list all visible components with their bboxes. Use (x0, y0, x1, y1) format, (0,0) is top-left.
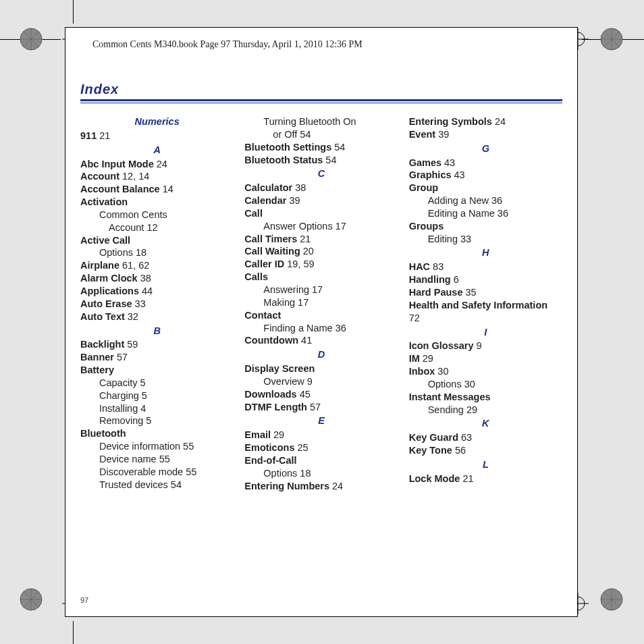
index-entry: Instant Messages (409, 391, 562, 404)
page-number: 97 (80, 596, 88, 604)
index-entry: Abc Input Mode 24 (80, 158, 234, 171)
index-entry: Account 12, 14 (80, 170, 234, 183)
index-entry: Group (409, 182, 562, 194)
index-entry: Icon Glossary 9 (409, 340, 562, 352)
index-entry: Hard Pause 35 (409, 286, 562, 299)
hr-thin (80, 103, 562, 103)
index-subentry: or Off 54 (273, 128, 398, 141)
index-columns: Numerics911 21AAbc Input Mode 24Account … (80, 115, 562, 492)
index-entry: Call (244, 207, 398, 220)
index-subentry: Common Cents (99, 209, 234, 221)
section-heading: L (409, 458, 562, 471)
section-heading: K (409, 417, 562, 430)
index-subentry: Finding a Name 36 (263, 322, 398, 335)
index-subentry: Device name 55 (99, 453, 234, 466)
index-subentry: Editing 33 (428, 233, 562, 246)
index-entry: Email 29 (244, 429, 398, 441)
index-entry: Account Balance 14 (80, 183, 234, 196)
index-subentry: Turning Bluetooth On (263, 115, 398, 128)
page-frame: Common Cents M340.book Page 97 Thursday,… (65, 27, 578, 617)
page-header: Common Cents M340.book Page 97 Thursday,… (92, 39, 363, 50)
index-subentry: Account 12 (109, 221, 234, 234)
index-entry: Call Timers 21 (244, 233, 398, 246)
index-entry: Bluetooth Status 54 (244, 154, 398, 167)
register-mark-top-left (19, 27, 43, 51)
index-entry: Handling 6 (409, 273, 562, 286)
section-heading: Numerics (80, 115, 234, 128)
index-subentry: Sending 29 (428, 404, 562, 417)
index-subentry: Making 17 (263, 296, 398, 309)
index-entry: Airplane 61, 62 (80, 259, 234, 272)
index-entry: Countdown 41 (244, 334, 398, 347)
index-subentry: Device information 55 (99, 440, 234, 453)
index-entry: Display Screen (244, 363, 398, 375)
index-entry: Event 39 (409, 128, 562, 141)
index-entry: Groups (409, 220, 562, 233)
index-entry: Bluetooth Settings 54 (244, 141, 398, 154)
index-entry: Entering Numbers 24 (244, 480, 398, 493)
index-entry: HAC 83 (409, 261, 562, 273)
index-entry: Alarm Clock 38 (80, 272, 234, 285)
index-subentry: Answer Options 17 (263, 220, 398, 233)
index-entry: Call Waiting 20 (244, 245, 398, 258)
index-entry: Activation (80, 196, 234, 209)
index-entry: Graphics 43 (409, 169, 562, 182)
index-entry: Games 43 (409, 157, 562, 169)
index-subentry: Installing 4 (99, 402, 234, 415)
index-subentry: Discoverable mode 55 (99, 466, 234, 479)
index-entry: Applications 44 (80, 285, 234, 298)
index-entry: Downloads 45 (244, 388, 398, 401)
index-entry: Active Call (80, 234, 234, 247)
index-entry: Lock Mode 21 (409, 473, 562, 485)
hr-thick (80, 99, 562, 101)
section-heading: B (80, 325, 234, 338)
section-heading: E (244, 414, 398, 427)
index-entry: Emoticons 25 (244, 441, 398, 454)
index-subentry: Options 18 (99, 246, 234, 259)
register-mark-bottom-left (19, 587, 43, 612)
index-entry: Key Guard 63 (409, 431, 562, 444)
index-subentry: Adding a New 36 (428, 194, 562, 207)
index-entry: Auto Erase 33 (80, 298, 234, 311)
index-title: Index (80, 82, 562, 97)
index-subentry: Trusted devices 54 (99, 479, 234, 491)
index-entry: Auto Text 32 (80, 311, 234, 323)
index-entry: Calendar 39 (244, 194, 398, 207)
index-entry: Banner 57 (80, 351, 234, 364)
index-subentry: Answering 17 (263, 284, 398, 296)
index-entry: Health and Safety Information (409, 299, 562, 312)
index-subentry: Charging 5 (99, 390, 234, 402)
index-subentry: Editing a Name 36 (428, 207, 562, 220)
section-heading: G (409, 142, 562, 155)
index-subentry: Options 18 (263, 467, 398, 480)
index-subentry: Overview 9 (263, 375, 398, 388)
section-heading: D (244, 348, 398, 361)
index-entry: IM 29 (409, 352, 562, 365)
index-entry: Entering Symbols 24 (409, 115, 562, 128)
index-entry: Backlight 59 (80, 338, 234, 351)
register-mark-bottom-right (599, 587, 624, 612)
section-heading: H (409, 246, 562, 259)
index-entry: Bluetooth (80, 427, 234, 440)
index-entry: Inbox 30 (409, 365, 562, 378)
section-heading: I (409, 326, 562, 339)
index-entry: Caller ID 19, 59 (244, 258, 398, 271)
index-entry: DTMF Length 57 (244, 401, 398, 414)
section-heading: C (244, 167, 398, 180)
index-entry: End-of-Call (244, 454, 398, 467)
index-entry: Contact (244, 309, 398, 322)
index-subentry: Capacity 5 (99, 377, 234, 390)
index-entry: Key Tone 56 (409, 444, 562, 457)
index-subentry: Removing 5 (99, 414, 234, 427)
register-mark-top-right (599, 27, 624, 51)
index-entry: Battery (80, 364, 234, 377)
index-entry: 911 21 (80, 130, 234, 142)
index-entry: Calculator 38 (244, 182, 398, 194)
index-subentry: Options 30 (428, 378, 562, 391)
index-entry-pages: 72 (409, 312, 562, 325)
index-entry: Calls (244, 271, 398, 284)
section-heading: A (80, 144, 234, 157)
